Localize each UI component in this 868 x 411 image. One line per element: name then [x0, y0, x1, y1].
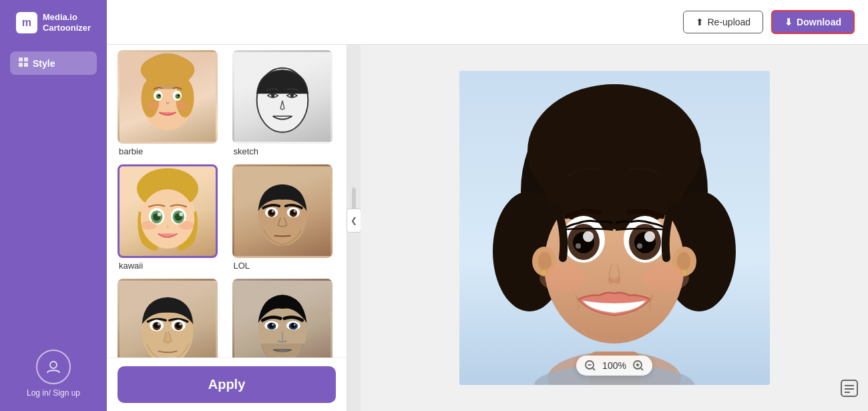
svg-point-32	[179, 213, 183, 217]
style-item-caricature[interactable]: caricature	[118, 279, 222, 358]
zoom-out-button[interactable]	[584, 360, 596, 372]
svg-point-33	[166, 225, 169, 228]
svg-point-62	[293, 324, 295, 326]
style-icon	[18, 57, 29, 70]
style-item-barbie[interactable]: barbie	[118, 50, 222, 156]
style-item-kawaii[interactable]: kawaii	[118, 164, 222, 271]
style-item-american-comics[interactable]: american comics	[232, 279, 337, 358]
style-image-lol	[232, 164, 333, 258]
svg-point-89	[637, 243, 642, 249]
download-icon: ⬇	[785, 17, 793, 27]
svg-rect-2	[19, 63, 23, 67]
style-image-kawaii	[118, 164, 218, 258]
style-image-barbie	[118, 50, 218, 144]
sidebar-item-style[interactable]: Style	[10, 51, 97, 75]
preview-image	[459, 71, 770, 385]
preview-image-container: 100%	[459, 71, 770, 385]
style-label-sketch: sketch	[232, 146, 337, 156]
svg-point-86	[583, 231, 594, 242]
svg-point-52	[158, 323, 160, 325]
svg-point-93	[642, 265, 689, 291]
svg-point-53	[179, 323, 182, 325]
preview-area: 100%	[361, 45, 868, 411]
style-image-american-comics	[232, 279, 333, 358]
zoom-in-button[interactable]	[632, 360, 644, 372]
collapse-panel-button[interactable]: ❮	[347, 209, 361, 233]
cartoon-preview-svg	[459, 71, 770, 385]
svg-point-34	[142, 221, 157, 229]
svg-point-44	[293, 210, 296, 213]
svg-point-61	[272, 324, 274, 326]
svg-point-4	[50, 362, 57, 368]
svg-point-35	[178, 221, 194, 229]
sidebar-bottom: Log in/ Sign up	[27, 350, 80, 398]
svg-point-17	[176, 102, 188, 110]
user-avatar[interactable]	[36, 350, 71, 384]
svg-point-90	[608, 277, 614, 284]
zoom-controls: 100%	[576, 356, 652, 376]
upload-icon: ⬆	[696, 17, 704, 27]
svg-rect-3	[24, 63, 28, 67]
svg-point-15	[178, 95, 180, 97]
style-item-lol[interactable]: LOL	[232, 164, 337, 271]
svg-line-100	[641, 368, 643, 370]
style-item-sketch[interactable]: sketch	[232, 50, 337, 156]
svg-point-92	[539, 265, 586, 291]
svg-point-24	[141, 189, 195, 248]
style-image-sketch	[232, 50, 333, 144]
svg-point-31	[158, 213, 162, 217]
svg-point-79	[542, 133, 686, 229]
svg-point-19	[270, 94, 274, 98]
main-content: Style Log in/ Sign up	[0, 45, 868, 411]
svg-point-16	[146, 102, 159, 110]
svg-point-87	[644, 231, 655, 242]
style-label-lol: LOL	[232, 261, 337, 271]
panel-divider: ❮	[347, 45, 361, 411]
svg-point-43	[271, 210, 274, 213]
svg-point-88	[576, 243, 581, 249]
style-image-caricature	[118, 279, 218, 358]
svg-rect-1	[24, 57, 28, 61]
header: m Media.io Cartoonizer ⬆ Re-upload ⬇ Dow…	[0, 0, 868, 45]
style-label-barbie: barbie	[118, 146, 222, 156]
svg-line-96	[593, 368, 595, 370]
login-label[interactable]: Log in/ Sign up	[27, 388, 80, 398]
edit-button[interactable]	[840, 379, 859, 402]
header-buttons: ⬆ Re-upload ⬇ Download	[683, 10, 855, 34]
logo-text: Media.io Cartoonizer	[43, 12, 91, 33]
svg-point-91	[614, 277, 621, 284]
style-panel: barbie	[107, 45, 347, 411]
logo-icon: m	[16, 12, 37, 33]
sidebar: Style Log in/ Sign up	[0, 45, 107, 411]
zoom-level: 100%	[602, 360, 627, 371]
style-grid: barbie	[107, 45, 347, 358]
apply-button[interactable]: Apply	[118, 366, 336, 403]
apply-button-container: Apply	[107, 358, 347, 411]
logo-area: m Media.io Cartoonizer	[0, 0, 107, 45]
svg-point-20	[290, 94, 294, 98]
svg-rect-0	[19, 57, 23, 61]
style-label-kawaii: kawaii	[118, 261, 222, 271]
download-button[interactable]: ⬇ Download	[771, 10, 855, 34]
reupload-button[interactable]: ⬆ Re-upload	[683, 11, 764, 33]
svg-point-14	[158, 95, 160, 97]
